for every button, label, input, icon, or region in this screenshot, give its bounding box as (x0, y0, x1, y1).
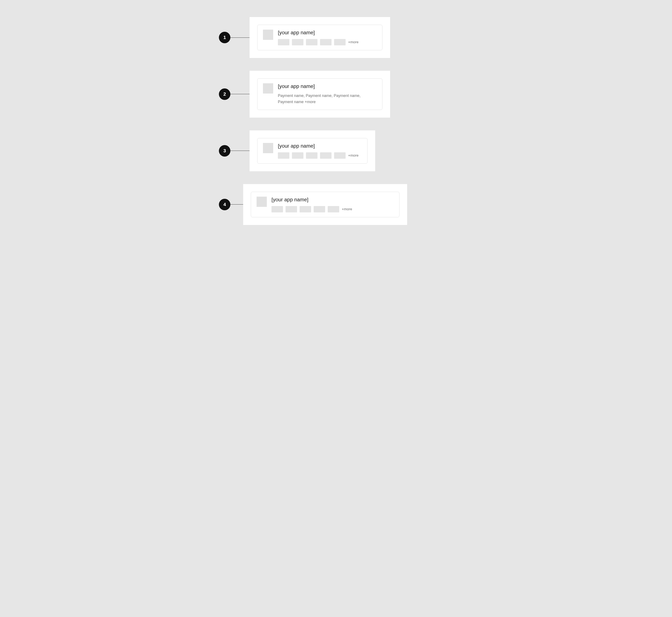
payment-chip (334, 152, 346, 159)
app-card[interactable]: [your app name] +more (251, 192, 399, 217)
annotation-marker: 4 (219, 199, 230, 210)
payment-chip (306, 152, 317, 159)
annotation-marker: 1 (219, 32, 230, 43)
card-body: [your app name] +more (278, 30, 377, 45)
payment-chip (272, 206, 283, 212)
payment-chip (278, 39, 289, 45)
app-name: [your app name] (278, 143, 362, 149)
app-icon (263, 143, 273, 153)
payment-chips: +more (278, 39, 377, 45)
app-icon (263, 30, 273, 40)
more-link[interactable]: +more (348, 153, 359, 158)
app-card[interactable]: [your app name] Payment name, Payment na… (257, 78, 382, 110)
payment-chip (300, 206, 311, 212)
example-row-1: 1 [your app name] +more (219, 17, 453, 58)
annotation-marker: 3 (219, 145, 230, 157)
app-icon (257, 197, 267, 207)
annotation-marker: 2 (219, 88, 230, 100)
payment-chip (286, 206, 297, 212)
annotation-connector (230, 151, 250, 151)
example-row-2: 2 [your app name] Payment name, Payment … (219, 71, 453, 118)
payment-text-list: Payment name, Payment name, Payment name… (278, 93, 377, 105)
app-name: [your app name] (272, 197, 394, 203)
card-body: [your app name] +more (278, 143, 362, 159)
payment-chip (314, 206, 325, 212)
app-name: [your app name] (278, 30, 377, 36)
payment-chips: +more (278, 152, 362, 159)
payment-chip (334, 39, 346, 45)
annotation-connector (230, 37, 250, 38)
payment-chip (320, 152, 332, 159)
example-panel: [your app name] Payment name, Payment na… (250, 71, 390, 118)
app-icon (263, 83, 273, 93)
app-name: [your app name] (278, 83, 377, 89)
annotation-connector (230, 94, 250, 94)
app-card[interactable]: [your app name] +more (257, 138, 367, 164)
card-body: [your app name] Payment name, Payment na… (278, 83, 377, 105)
example-panel: [your app name] +more (243, 184, 407, 225)
payment-chip (292, 152, 303, 159)
diagram-canvas: 1 [your app name] +more (219, 17, 453, 600)
payment-chip (328, 206, 339, 212)
app-card[interactable]: [your app name] +more (257, 25, 382, 50)
payment-chip (320, 39, 332, 45)
payment-chip (306, 39, 317, 45)
more-link[interactable]: +more (348, 40, 359, 44)
payment-chip (278, 152, 289, 159)
example-panel: [your app name] +more (250, 17, 390, 58)
card-body: [your app name] +more (272, 197, 394, 212)
example-panel: [your app name] +more (250, 131, 375, 171)
more-link[interactable]: +more (342, 207, 352, 211)
example-row-4: 4 [your app name] +more (219, 184, 453, 225)
annotation-connector (230, 204, 243, 205)
example-row-3: 3 [your app name] +more (219, 131, 453, 171)
payment-chips: +more (272, 206, 394, 212)
payment-chip (292, 39, 303, 45)
